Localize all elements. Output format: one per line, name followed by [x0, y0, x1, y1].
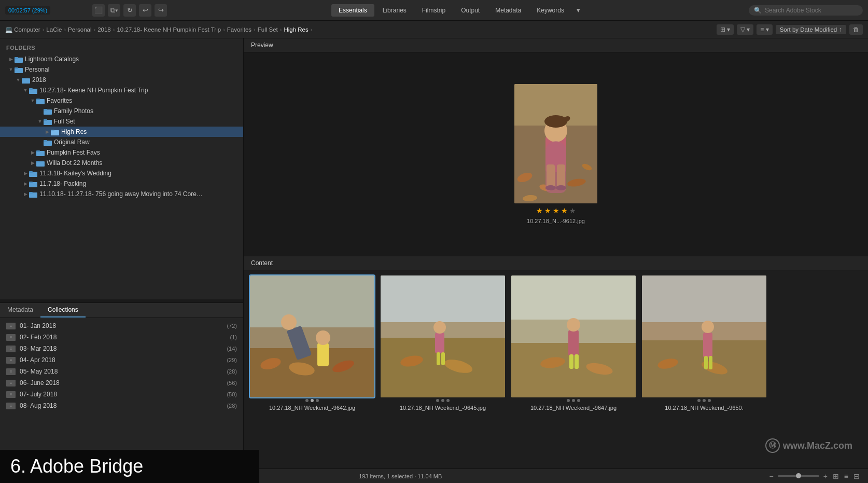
- folder-icon-2018: [22, 77, 30, 84]
- collection-icon: ≡: [6, 346, 16, 352]
- folder-label-personal: Personal: [25, 66, 49, 73]
- thumb-img-wrap-4: [642, 275, 766, 397]
- filter-btn[interactable]: ≡ ▾: [757, 24, 772, 35]
- tab-metadata[interactable]: Metadata: [488, 4, 528, 17]
- svg-rect-21: [36, 161, 40, 162]
- thumb-dot: [572, 399, 575, 402]
- folder-highres[interactable]: ▶ High Res: [0, 127, 243, 137]
- folder-icon-packing: [29, 181, 37, 187]
- collection-apr2018[interactable]: ≡ 04- Apr 2018 (29): [0, 354, 243, 366]
- tab-more-btn[interactable]: ▾: [572, 4, 584, 17]
- folder-family-photos[interactable]: Family Photos: [0, 106, 243, 116]
- folder-toggle-highres: ▶: [44, 129, 51, 134]
- sort-btn[interactable]: Sort by Date Modified ↑: [776, 25, 846, 34]
- breadcrumb-computer[interactable]: 💻 Computer: [5, 26, 40, 33]
- thumb-item-1[interactable]: 10.27.18_NH Weekend_-9642.jpg: [248, 275, 376, 463]
- content-panel: Content: [244, 256, 868, 468]
- folder-willadot[interactable]: ▶ Willa Dot 22 Months: [0, 158, 243, 168]
- folder-lightroom-catalogs[interactable]: ▶ Lightroom Catalogs: [0, 54, 243, 64]
- collection-label: 03- Mar 2018: [20, 345, 222, 352]
- sidebar-tab-collections[interactable]: Collections: [40, 303, 86, 318]
- collection-may2018[interactable]: ≡ 05- May 2018 (28): [0, 366, 243, 377]
- svg-rect-27: [29, 192, 33, 194]
- folder-favorites[interactable]: ▼ Favorites: [0, 95, 243, 106]
- tab-essentials[interactable]: Essentials: [331, 4, 374, 17]
- sort-order-btn[interactable]: ▽ ▾: [737, 24, 753, 35]
- folder-icon-personal: [15, 66, 23, 73]
- search-box[interactable]: 🔍: [749, 5, 863, 16]
- collection-label: 01- Jan 2018: [20, 322, 222, 329]
- svg-rect-61: [441, 352, 445, 365]
- folder-packing[interactable]: ▶ 11.7.18- Packing: [0, 178, 243, 189]
- trash-btn[interactable]: 🗑: [849, 24, 863, 35]
- view-grid-btn[interactable]: ⊞: [832, 471, 840, 481]
- sidebar-tab-metadata[interactable]: Metadata: [0, 303, 40, 318]
- search-input[interactable]: [765, 7, 853, 14]
- zoom-out-btn[interactable]: −: [768, 471, 774, 481]
- breadcrumb-personal[interactable]: Personal: [68, 26, 91, 33]
- view-toggle-btn[interactable]: ⊞ ▾: [717, 24, 734, 35]
- thumb-item-4[interactable]: 10.27.18_NH Weekend_-9650.: [640, 275, 768, 463]
- watermark-text: www.MacZ.com: [783, 440, 852, 451]
- folder-personal[interactable]: ▼ Personal: [0, 64, 243, 75]
- breadcrumb-fullset[interactable]: Full Set: [258, 26, 278, 33]
- collection-jul2018[interactable]: ≡ 07- July 2018 (50): [0, 389, 243, 400]
- breadcrumb-lacie[interactable]: LaCie: [46, 26, 62, 33]
- breadcrumb-highres[interactable]: High Res: [284, 26, 308, 33]
- collection-mar2018[interactable]: ≡ 03- Mar 2018 (14): [0, 343, 243, 354]
- tab-filmstrip[interactable]: Filmstrip: [415, 4, 453, 17]
- thumb-dots-4: [697, 399, 711, 402]
- refresh-icon-btn[interactable]: ↻: [123, 4, 136, 17]
- collection-count: (56): [227, 380, 237, 386]
- svg-point-41: [545, 185, 556, 190]
- collection-icon: ≡: [6, 391, 16, 398]
- svg-rect-11: [44, 109, 47, 111]
- collection-jan2018[interactable]: ≡ 01- Jan 2018 (72): [0, 320, 243, 332]
- collection-jun2018[interactable]: ≡ 06- June 2018 (56): [0, 377, 243, 389]
- folder-icon-highres: [51, 129, 59, 135]
- folder-2018[interactable]: ▼ 2018: [0, 75, 243, 85]
- thumb-item-3[interactable]: 10.27.18_NH Weekend_-9647.jpg: [509, 275, 638, 463]
- breadcrumb-trip[interactable]: 10.27.18- Keene NH Pumpkin Fest Trip: [117, 26, 221, 33]
- folder-pumpkinfavs[interactable]: ▶ Pumpkin Fest Favs: [0, 147, 243, 158]
- svg-rect-63: [511, 275, 636, 320]
- icon-btn-2[interactable]: ⧉▾: [108, 4, 120, 17]
- folder-originalraw[interactable]: Original Raw: [0, 137, 243, 147]
- timer-badge: 00:02:57 (29%): [5, 6, 50, 15]
- collection-feb2018[interactable]: ≡ 02- Feb 2018 (1): [0, 332, 243, 343]
- folder-icon-fullset: [44, 118, 52, 125]
- collection-icon: ≡: [6, 357, 16, 364]
- tab-keywords[interactable]: Keywords: [529, 4, 571, 17]
- collection-icon: ≡: [6, 380, 16, 387]
- breadcrumb-favorites[interactable]: Favorites: [227, 26, 251, 33]
- svg-rect-44: [250, 275, 374, 327]
- folder-fullset[interactable]: ▼ Full Set: [0, 116, 243, 127]
- folder-label-originalraw: Original Raw: [54, 139, 90, 146]
- preview-filename: 10.27.18_N...-9612.jpg: [527, 218, 585, 224]
- zoom-slider[interactable]: [778, 475, 819, 477]
- thumb-item-2[interactable]: 10.27.18_NH Weekend_-9645.jpg: [379, 275, 507, 463]
- breadcrumb-2018[interactable]: 2018: [97, 26, 111, 33]
- folder-label-family: Family Photos: [54, 107, 93, 115]
- folder-label-kailey: 11.3.18- Kailey's Wedding: [39, 170, 111, 177]
- tab-libraries[interactable]: Libraries: [375, 4, 414, 17]
- tab-output[interactable]: Output: [454, 4, 487, 17]
- collection-aug2018[interactable]: ≡ 08- Aug 2018 (28): [0, 400, 243, 411]
- svg-point-42: [556, 185, 566, 190]
- collection-count: (72): [227, 323, 237, 329]
- folder-toggle-pumpkin: ▶: [29, 150, 36, 155]
- folder-movein[interactable]: ▶ 11.10.18- 11.27.18- 756 going away Mov…: [0, 189, 243, 199]
- view-detail-btn[interactable]: ⊟: [852, 471, 861, 481]
- collection-label: 08- Aug 2018: [20, 402, 222, 409]
- svg-point-59: [433, 321, 446, 334]
- view-list-btn[interactable]: ≡: [843, 471, 849, 481]
- zoom-in-btn[interactable]: +: [822, 471, 829, 481]
- icon-btn-1[interactable]: ⬛: [92, 4, 105, 17]
- collection-label: 06- June 2018: [20, 379, 222, 387]
- thumb-img-wrap-3: [511, 275, 636, 397]
- undo-icon-btn[interactable]: ↩: [139, 4, 151, 17]
- folder-trip[interactable]: ▼ 10.27.18- Keene NH Pumpkin Fest Trip: [0, 85, 243, 95]
- redo-icon-btn[interactable]: ↪: [155, 4, 167, 17]
- folder-kailey[interactable]: ▶ 11.3.18- Kailey's Wedding: [0, 168, 243, 178]
- svg-rect-54: [381, 275, 505, 322]
